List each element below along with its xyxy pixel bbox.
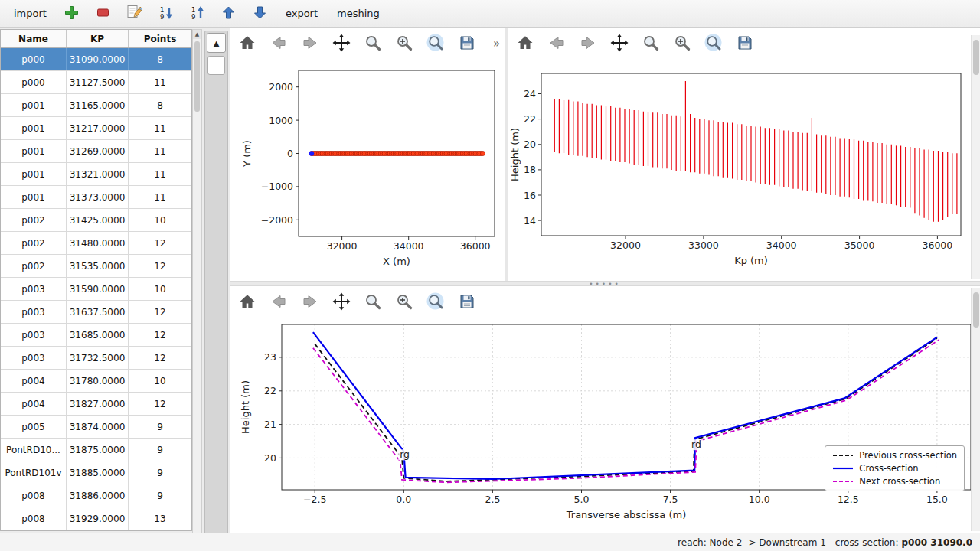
legend-item: Next cross-section [832,476,957,487]
mpl-zoom-button[interactable] [363,292,383,312]
table-row[interactable]: PontRD10...31875.00009 [1,439,191,461]
table-row[interactable]: p00131373.000011 [1,186,191,209]
mpl-save-button[interactable] [735,34,755,54]
table-row[interactable]: p00231535.000012 [1,255,191,278]
mpl-pan-button[interactable] [332,34,351,54]
table-row[interactable]: p00831886.00009 [1,484,191,507]
table-row[interactable]: p00131217.000011 [1,117,191,140]
table-row[interactable]: PontRD101v31885.00009 [1,461,191,484]
svg-text:−1000: −1000 [261,181,293,192]
cell-points: 13 [129,507,191,530]
table-row[interactable]: p00831929.000013 [1,507,191,530]
add-button[interactable] [63,5,81,23]
cross-section-chart[interactable]: −2.50.02.55.07.510.012.515.020212223Tran… [231,312,978,530]
svg-text:1000: 1000 [269,115,293,126]
mpl-forward-button[interactable] [300,34,320,54]
chart-legend: Previous cross-sectionCross-sectionNext … [825,445,965,491]
cell-points: 12 [129,255,191,277]
mpl-zoom-fit-button[interactable] [704,34,724,54]
table-row[interactable]: p00531874.00009 [1,416,191,439]
cell-points: 9 [129,416,191,438]
cross-section-toolbar [237,291,477,314]
panel-scroll-up-button[interactable]: ▲ [207,33,226,53]
edit-button[interactable] [126,5,144,23]
mpl-back-button[interactable] [269,292,289,312]
cell-kp: 31732.5000 [67,347,129,369]
table-row[interactable]: p00231425.000010 [1,209,191,232]
cell-points: 12 [129,393,191,415]
column-header-kp[interactable]: KP [67,30,129,47]
cell-name: p004 [1,393,67,415]
table-row[interactable]: p00331637.500012 [1,301,191,324]
longitudinal-scrollbar-thumb[interactable] [973,40,979,75]
scrollbar-up-arrow-icon[interactable]: ▲ [193,30,201,39]
mpl-home-button[interactable] [237,292,257,312]
table-row[interactable]: p00131165.00008 [1,94,191,117]
meshing-button[interactable]: meshing [334,5,383,21]
longitudinal-scrollbar[interactable] [971,35,980,279]
table-scrollbar[interactable]: ▲ ▼ [192,29,202,551]
column-header-points[interactable]: Points [129,30,191,47]
longitudinal-profile-chart[interactable]: 3200033000340003500036000141618202224Kp … [509,58,969,279]
svg-text:36000: 36000 [923,240,953,251]
toolbar-overflow-chevron[interactable]: » [493,37,500,51]
cell-points: 12 [129,232,191,254]
cell-kp: 31217.0000 [67,117,129,139]
zoom-in-icon [395,34,413,54]
mpl-forward-button[interactable] [300,292,320,312]
table-row[interactable]: p00431780.000010 [1,370,191,393]
mpl-back-button[interactable] [547,34,567,54]
svg-text:10.0: 10.0 [749,494,770,505]
cell-name: p003 [1,347,67,369]
mpl-pan-button[interactable] [332,292,351,312]
table-row[interactable]: p00031127.500011 [1,71,191,94]
cell-name: p001 [1,163,67,185]
horizontal-splitter[interactable]: ••••• [230,281,980,286]
export-button[interactable]: export [283,5,321,21]
cell-kp: 31886.0000 [67,484,129,507]
panel-scrollbar-thumb[interactable] [207,56,225,75]
delete-button[interactable] [94,5,113,23]
svg-text:1: 1 [191,5,195,13]
mpl-zoom-fit-button[interactable] [426,34,446,54]
mpl-zoom-fit-button[interactable] [426,292,446,312]
table-row[interactable]: p00331685.000012 [1,324,191,347]
move-up-button[interactable] [220,5,238,23]
mpl-forward-button[interactable] [578,34,598,54]
mpl-zoom-in-button[interactable] [394,34,414,54]
table-row[interactable]: p00131269.000011 [1,140,191,163]
import-button[interactable]: import [11,5,50,21]
svg-text:Transverse abscissa (m): Transverse abscissa (m) [566,509,687,520]
cross-section-scrollbar-thumb[interactable] [973,292,979,328]
table-row[interactable]: p00431827.000012 [1,393,191,416]
mpl-zoom-button[interactable] [363,34,383,54]
mpl-save-button[interactable] [457,292,477,312]
zoom-icon [364,34,382,54]
mpl-save-button[interactable] [457,34,477,54]
sort-ascending-button[interactable]: 19 [188,5,207,23]
cross-section-scrollbar[interactable] [971,288,980,531]
table-row[interactable]: p00131321.000011 [1,163,191,186]
mpl-home-button[interactable] [515,34,535,54]
svg-text:32000: 32000 [610,240,641,251]
table-row[interactable]: p00031090.00008 [1,48,191,71]
sort-descending-button[interactable]: 19 [157,5,175,23]
move-down-button[interactable] [251,5,270,23]
cell-kp: 31480.0000 [67,232,129,254]
table-row[interactable]: p00231480.000012 [1,232,191,255]
table-scrollbar-thumb[interactable] [194,41,200,112]
panel-scrollbar[interactable]: ▲ ▼ [204,31,228,551]
plan-view-chart[interactable]: 320003400036000200010000−1000−2000X (m)Y… [231,58,501,279]
mpl-zoom-in-button[interactable] [394,292,414,312]
svg-text:2000: 2000 [269,81,293,93]
mpl-pan-button[interactable] [609,34,629,54]
mpl-home-button[interactable] [237,34,257,54]
mpl-back-button[interactable] [269,34,289,54]
table-row[interactable]: p00331590.000010 [1,278,191,301]
column-header-name[interactable]: Name [1,30,67,47]
legend-line-sample-icon [832,465,854,472]
table-row[interactable]: p00331732.500012 [1,347,191,370]
main-toolbar: import 19 19 export meshing [0,0,980,28]
mpl-zoom-button[interactable] [641,34,661,54]
mpl-zoom-in-button[interactable] [672,34,692,54]
